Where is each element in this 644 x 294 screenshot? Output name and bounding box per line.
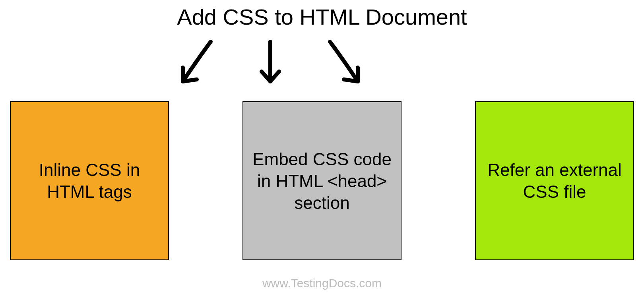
box-external-css: Refer an external CSS file (475, 101, 634, 260)
box-label: Inline CSS in HTML tags (19, 159, 160, 203)
arrow-left-icon (171, 38, 219, 89)
arrow-group (0, 38, 644, 89)
diagram-title: Add CSS to HTML Document (0, 4, 644, 30)
box-inline-css: Inline CSS in HTML tags (10, 101, 169, 260)
box-label: Refer an external CSS file (484, 159, 625, 203)
arrow-right-icon (322, 38, 370, 89)
arrow-center-icon (254, 38, 286, 89)
box-label: Embed CSS code in HTML <head> section (251, 148, 393, 214)
box-embed-css: Embed CSS code in HTML <head> section (242, 101, 402, 260)
box-row: Inline CSS in HTML tags Embed CSS code i… (10, 101, 634, 260)
footer-watermark: www.TestingDocs.com (0, 277, 644, 290)
